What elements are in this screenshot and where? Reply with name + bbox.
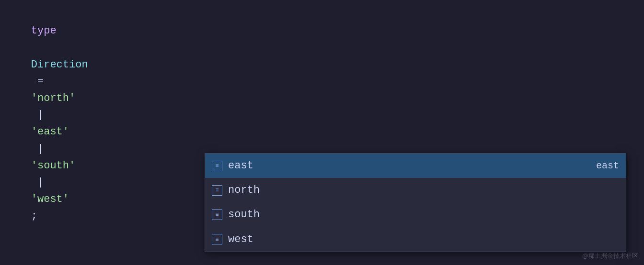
keyword-type: type xyxy=(31,25,57,37)
autocomplete-item-north[interactable]: ≡ north xyxy=(205,178,626,202)
autocomplete-dropdown[interactable]: ≡ east east ≡ north ≡ south ≡ west xyxy=(205,153,626,252)
autocomplete-item-east[interactable]: ≡ east east xyxy=(205,154,626,178)
item-icon-north: ≡ xyxy=(212,185,222,196)
str-west: 'west' xyxy=(31,193,69,205)
watermark: @稀土掘金技术社区 xyxy=(582,251,638,261)
item-label-south: south xyxy=(228,206,619,223)
item-icon-east: ≡ xyxy=(212,161,222,171)
item-icon-west: ≡ xyxy=(212,234,222,244)
autocomplete-item-south[interactable]: ≡ south xyxy=(205,202,626,227)
item-type-east: east xyxy=(596,158,619,174)
code-line-3: function getDirectionFirstLetter ( direc… xyxy=(6,261,644,265)
autocomplete-item-west[interactable]: ≡ west xyxy=(205,227,626,252)
item-label-west: west xyxy=(228,231,619,248)
str-east: 'east' xyxy=(31,126,69,138)
item-label-east: east xyxy=(228,157,590,174)
item-label-north: north xyxy=(228,182,619,199)
item-icon-south: ≡ xyxy=(212,210,222,220)
str-south: 'south' xyxy=(31,160,75,172)
str-north: 'north' xyxy=(31,92,75,104)
type-name-direction: Direction xyxy=(31,59,88,71)
